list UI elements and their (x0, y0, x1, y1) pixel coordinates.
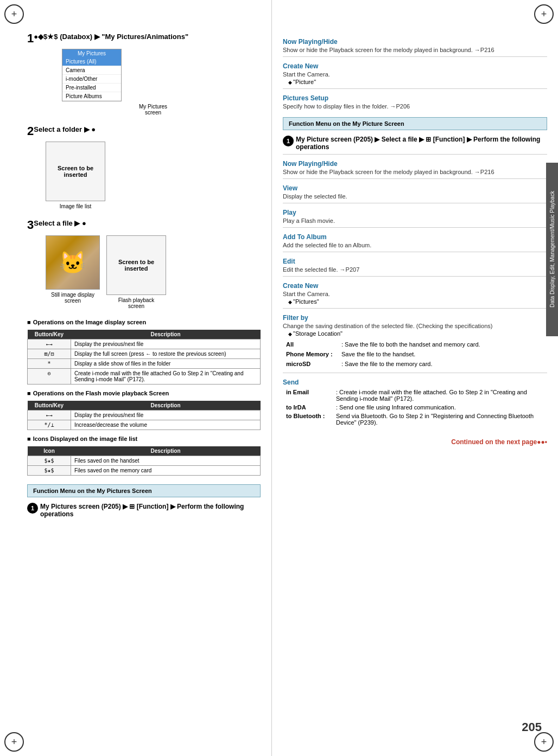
screen-menu-item-1: Camera (62, 66, 121, 75)
rp-divider-10 (283, 373, 547, 373)
step-2-title: Select a folder ▶ ● (34, 125, 96, 133)
screen-placeholder-2: Screen to beinserted (106, 235, 166, 295)
ops-image-key-1: ⊞/⊟ (28, 349, 71, 359)
ops-image-desc-1: Display the full screen (press ← to rest… (71, 349, 261, 359)
send-email-key: in Email (284, 388, 333, 402)
rp-divider-8 (283, 276, 547, 277)
function-menu-my-pictures: Function Menu on the My Pictures Screen … (27, 484, 261, 518)
table-row: ←→ Display the previous/next file (28, 411, 261, 420)
rp-pictures-setup-desc: Specify how to display files in the fold… (283, 103, 547, 110)
icons-row-1-desc: Files saved on the memory card (71, 466, 261, 476)
send-bluetooth-key: to Bluetooth : (284, 412, 333, 426)
ops-image-section: Operations on the Image display screen B… (27, 319, 261, 385)
step-3: 3 Select a file ▶ ● 🐱 Still image displa… (27, 219, 261, 309)
rp-play-desc: Play a Flash movie. (283, 217, 547, 224)
step-3-number: 3 (27, 219, 34, 231)
table-row: ←→ Display the previous/next file (28, 339, 261, 349)
rp-create-new-top-title: Create New (283, 62, 547, 70)
rp-filter-by-title: Filter by (283, 314, 547, 322)
icons-section: Icons Displayed on the image file list I… (27, 435, 261, 476)
icons-col-desc: Description (71, 446, 261, 456)
flash-label: Flash playbackscreen (118, 297, 155, 309)
ops-flash-key-0: ←→ (28, 411, 71, 420)
rp-now-playing-top: Now Playing/Hide Show or hide the Playba… (283, 38, 547, 53)
rp-top-sections: Now Playing/Hide Show or hide the Playba… (283, 38, 547, 110)
table-row: */⊥ Increase/decrease the volume (28, 420, 261, 430)
rp-divider-6 (283, 227, 547, 228)
filter-microsd-val: : Save the file to the memory card. (339, 360, 546, 368)
screen-menu-item-4: Picture Albums (62, 92, 121, 101)
rp-create-new-top-sub: "Picture" (288, 79, 547, 85)
function-step-my-picture: 1 My Picture screen (P205) ▶ Select a fi… (283, 136, 547, 151)
function-step-circle-1: 1 (27, 503, 38, 514)
rp-send-title: Send (283, 379, 547, 386)
diamond-icon-1 (288, 79, 293, 85)
flash-container: Screen to beinserted Flash playbackscree… (106, 235, 166, 309)
rp-create-new-top-desc: Start the Camera. (283, 71, 547, 78)
ops-flash-col-key: Button/Key (28, 401, 71, 411)
icons-col-icon: Icon (28, 446, 71, 456)
rp-pictures-setup-title: Pictures Setup (283, 94, 547, 102)
diamond-icon-2 (288, 298, 293, 305)
send-email-val: : Create i-mode mail with the file attac… (334, 388, 546, 402)
rp-add-to-album-title: Add To Album (283, 233, 547, 241)
rp-now-playing-top-title: Now Playing/Hide (283, 38, 547, 46)
rp-view: View Display the selected file. (283, 184, 547, 200)
rp-divider-4 (283, 178, 547, 179)
table-row: Phone Memory : Save the file to the hand… (284, 350, 546, 358)
table-row: $★$ Files saved on the memory card (28, 466, 261, 476)
table-row: in Email : Create i-mode mail with the f… (284, 388, 546, 402)
send-irda-val: : Send one file using Infrared communica… (334, 403, 546, 411)
ops-flash-heading: Operations on the Flash movie playback S… (27, 390, 261, 396)
side-tab: Data Display, Edit, Management/Music Pla… (546, 163, 558, 336)
table-row: $★$ Files saved on the handset (28, 456, 261, 466)
rp-add-to-album-desc: Add the selected file to an Album. (283, 242, 547, 248)
rp-now-playing-bottom: Now Playing/Hide Show or hide the Playba… (283, 160, 547, 175)
function-step-my-pictures: 1 My Pictures screen (P205) ▶ ⊞ [Functio… (27, 503, 261, 518)
icons-table: Icon Description $★$ Files saved on the … (27, 446, 261, 476)
step-1: 1 ●◆$★$ (Databox) ▶ "My Pictures/Animati… (27, 33, 261, 116)
still-image-label: Still image displayscreen (51, 292, 94, 304)
function-menu-my-picture: Function Menu on the My Picture Screen 1… (283, 117, 547, 151)
rp-now-playing-top-desc: Show or hide the Playback screen for the… (283, 47, 547, 53)
rp-filter-by-sub: "Storage Location" (288, 330, 547, 337)
ops-flash-section: Operations on the Flash movie playback S… (27, 390, 261, 430)
rp-create-new-bottom-title: Create New (283, 282, 547, 290)
step-1-title: ●◆$★$ (Databox) ▶ "My Pictures/Animation… (34, 33, 188, 41)
ops-image-key-2: * (28, 359, 71, 369)
rp-create-new-bottom-sub: "Pictures" (288, 298, 547, 305)
function-step-circle-2: 1 (283, 136, 294, 146)
image-file-list-container: Screen to beinserted Image file list (46, 142, 105, 209)
rp-divider-7 (283, 252, 547, 252)
screen-title-bar: My Pictures (62, 49, 121, 57)
ops-image-desc-0: Display the previous/next file (71, 339, 261, 349)
right-panel: Now Playing/Hide Show or hide the Playba… (271, 0, 558, 756)
table-row: ⊞/⊟ Display the full screen (press ← to … (28, 349, 261, 359)
rp-divider-1 (283, 56, 547, 57)
image-file-list-label: Image file list (60, 203, 91, 209)
ops-image-heading: Operations on the Image display screen (27, 319, 261, 325)
my-pictures-screen: My Pictures Pictures (All) Camera i-mode… (62, 49, 122, 101)
function-step-text-1: My Pictures screen (P205) ▶ ⊞ [Function]… (40, 503, 261, 518)
rp-divider-9 (283, 308, 547, 309)
screen-menu-item-0: Pictures (All) (62, 57, 121, 66)
function-menu-my-pictures-title: Function Menu on the My Pictures Screen (33, 488, 152, 494)
icons-row-0-desc: Files saved on the handset (71, 456, 261, 466)
screen-menu-item-2: i-mode/Other (62, 75, 121, 84)
rp-divider-5 (283, 203, 547, 203)
rp-divider-3 (283, 154, 547, 155)
table-row: to IrDA : Send one file using Infrared c… (284, 403, 546, 411)
function-step-text-2: My Picture screen (P205) ▶ Select a file… (296, 136, 547, 151)
rp-view-title: View (283, 184, 547, 192)
rp-divider-2 (283, 88, 547, 89)
continued-line: Continued on the next page●●• (283, 438, 547, 446)
icons-row-0-icon: $★$ (28, 456, 71, 466)
rp-view-desc: Display the selected file. (283, 193, 547, 200)
step-1-number: 1 (27, 33, 34, 44)
my-pictures-label: My Picturesscreen (46, 104, 261, 116)
rp-filter-by-desc: Change the saving destination of the sel… (283, 323, 547, 329)
ops-flash-desc-0: Display the previous/next file (71, 411, 261, 420)
rp-send: Send in Email : Create i-mode mail with … (283, 379, 547, 427)
ops-flash-key-1: */⊥ (28, 420, 71, 430)
ops-image-key-3: ⊙ (28, 369, 71, 385)
